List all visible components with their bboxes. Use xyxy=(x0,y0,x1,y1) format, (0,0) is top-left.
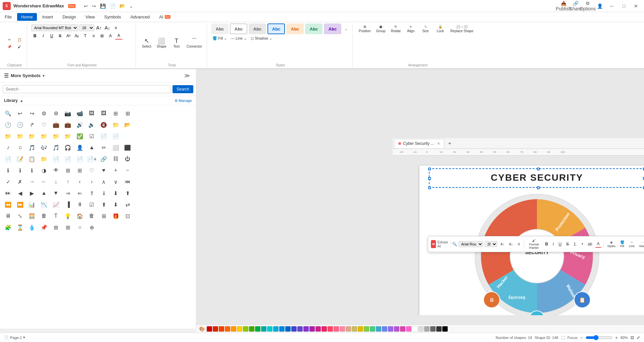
symbol-music1[interactable]: ♪ xyxy=(3,142,13,153)
symbol-info1[interactable]: ℹ xyxy=(3,165,13,176)
symbol-link[interactable]: 🔗 xyxy=(98,154,109,164)
indent-button[interactable]: ⊞ xyxy=(98,32,106,40)
symbol-eye[interactable]: 👁 xyxy=(51,165,61,176)
redo-button[interactable]: ↪ xyxy=(90,3,98,9)
maximize-button[interactable]: □ xyxy=(618,2,629,10)
manage-button[interactable]: ⚙ Manage xyxy=(175,99,192,103)
symbol-power[interactable]: ⏻ xyxy=(122,154,133,164)
symbol-rewind[interactable]: ⏪ xyxy=(3,199,13,210)
size-button[interactable]: ⤡ Size xyxy=(419,23,432,34)
select-button[interactable]: ↖ Select xyxy=(140,37,153,50)
menu-advanced[interactable]: Advanced xyxy=(126,12,154,22)
symbol-frame[interactable]: ⊡ xyxy=(122,211,133,221)
color-swatch-orchid[interactable] xyxy=(394,326,399,332)
ft-strikethrough[interactable]: S xyxy=(564,241,571,247)
symbol-download2[interactable]: ⬇ xyxy=(110,199,121,210)
symbol-download[interactable]: ⬇ xyxy=(110,188,121,198)
symbol-info2[interactable]: ℹ xyxy=(15,165,26,176)
style-7[interactable]: Abc xyxy=(324,23,341,34)
symbol-undo[interactable]: ↩ xyxy=(15,108,26,119)
fit-view-button[interactable]: ⊡ xyxy=(631,335,634,340)
new-button[interactable]: 📄 xyxy=(108,3,117,9)
copy-button[interactable]: 📋 xyxy=(15,37,24,43)
ft-underline[interactable]: U xyxy=(557,241,563,247)
rotate-button[interactable]: ↻ Rotate xyxy=(389,23,403,34)
symbol-image[interactable]: 🖼 xyxy=(98,108,109,119)
symbol-folder4[interactable]: 📁 xyxy=(15,131,26,141)
ft-format-painter[interactable]: 🖌 Format Painter xyxy=(526,238,542,250)
cut-button[interactable]: ✂ xyxy=(5,37,14,43)
symbol-settings1[interactable]: ⚙ xyxy=(39,108,49,119)
handle-tm[interactable] xyxy=(537,168,540,170)
symbol-upload[interactable]: ⬆ xyxy=(122,188,133,198)
color-swatch-mint[interactable] xyxy=(370,326,375,332)
symbol-checkmark[interactable]: ✓ xyxy=(3,176,13,187)
symbol-chevron-right[interactable]: › xyxy=(86,176,97,187)
list-button[interactable]: ≡ xyxy=(90,32,97,40)
color-swatch-purple[interactable] xyxy=(303,326,309,332)
symbol-windows[interactable]: ⊞ xyxy=(62,222,73,233)
symbol-heart[interactable]: ♡ xyxy=(86,165,97,176)
canvas-content[interactable]: CYBER SECURITY SECURITY xyxy=(399,156,644,315)
color-palette-icon[interactable]: 🎨 xyxy=(199,326,205,332)
symbol-cross[interactable]: ✗ xyxy=(15,176,26,187)
color-swatch-teal1[interactable] xyxy=(261,326,266,332)
symbol-arrow-down2[interactable]: ⇓ xyxy=(98,188,109,198)
replace-shape-button[interactable]: ⬜→⬜ Replace Shape xyxy=(448,23,475,34)
font-size-increase[interactable]: A↑ xyxy=(95,24,103,32)
symbol-table1[interactable]: ⊞ xyxy=(62,165,73,176)
symbol-circle[interactable]: ○ xyxy=(75,222,85,233)
zoom-slider[interactable] xyxy=(586,335,612,340)
symbol-redo[interactable]: ↪ xyxy=(27,108,37,119)
line-button[interactable]: — Line ⌄ xyxy=(230,36,248,41)
more-button[interactable]: ⌄ xyxy=(128,3,135,9)
symbol-bar4[interactable]: ▐ xyxy=(62,199,73,210)
color-swatch-periwinkle[interactable] xyxy=(382,326,387,332)
superscript-button[interactable]: A² xyxy=(65,32,72,40)
sidebar-toggle-button[interactable]: ≫ xyxy=(182,72,192,79)
symbol-plus[interactable]: + xyxy=(110,165,121,176)
lock-button[interactable]: 🔒 Lock xyxy=(434,23,447,34)
symbol-grid3[interactable]: ⊞ xyxy=(51,222,61,233)
symbol-puzzle[interactable]: 🧩 xyxy=(3,222,13,233)
symbol-clock1[interactable]: 🕐 xyxy=(3,119,13,130)
symbol-photo[interactable]: 🖼 xyxy=(86,108,97,119)
symbol-file3[interactable]: 📋 xyxy=(27,154,37,164)
symbol-droplet[interactable]: 💧 xyxy=(27,222,37,233)
symbol-clock2[interactable]: 🕒 xyxy=(15,119,26,130)
add-tab-button[interactable]: + xyxy=(445,139,454,148)
symbol-fastforward[interactable]: ⏩ xyxy=(15,199,26,210)
menu-file[interactable]: File xyxy=(0,12,16,22)
symbol-pencil[interactable]: ✏ xyxy=(98,142,109,153)
tab-cyber-security[interactable]: Cyber Security ... × xyxy=(394,139,444,148)
publish-button[interactable]: 📤 Publish xyxy=(558,2,569,10)
font-color-button[interactable]: A xyxy=(115,32,122,40)
handle-tl[interactable] xyxy=(428,168,431,170)
symbol-grid1[interactable]: ⊞ xyxy=(110,108,121,119)
symbol-check-circle[interactable]: ✅ xyxy=(75,131,85,141)
paste-button[interactable]: 📌 xyxy=(5,44,14,50)
symbol-search[interactable]: 🔍 xyxy=(3,108,13,119)
style-4[interactable]: Abc xyxy=(267,23,285,34)
color-swatch-silver[interactable] xyxy=(418,326,424,332)
color-swatch-charcoal[interactable] xyxy=(436,326,442,332)
symbol-file7[interactable]: 📄 xyxy=(75,154,85,164)
strikethrough-button[interactable]: S xyxy=(56,32,64,40)
symbol-heart-fill[interactable]: ♥ xyxy=(98,165,109,176)
symbol-music3[interactable]: 🎵 xyxy=(27,142,37,153)
style-6[interactable]: Abc xyxy=(305,23,323,34)
fullscreen-button[interactable]: ⤢ xyxy=(637,335,640,340)
symbol-folder1[interactable]: 📁 xyxy=(110,119,121,130)
symbol-video[interactable]: 📹 xyxy=(75,108,85,119)
color-swatch-sky[interactable] xyxy=(376,326,381,332)
menu-insert[interactable]: Insert xyxy=(38,12,58,22)
save-button[interactable]: 💾 xyxy=(98,3,107,9)
symbol-person[interactable]: 👤 xyxy=(75,142,85,153)
symbol-minus[interactable]: − xyxy=(122,165,133,176)
text-align-button[interactable]: ≡ xyxy=(112,24,119,32)
tab-close-button[interactable]: × xyxy=(437,141,440,146)
symbol-folder5[interactable]: 📁 xyxy=(27,131,37,141)
symbol-arrow-right2[interactable]: ⇒ xyxy=(62,188,73,198)
format-paste-button[interactable]: 🖌 xyxy=(15,44,24,50)
symbol-text2[interactable]: T xyxy=(51,211,61,221)
